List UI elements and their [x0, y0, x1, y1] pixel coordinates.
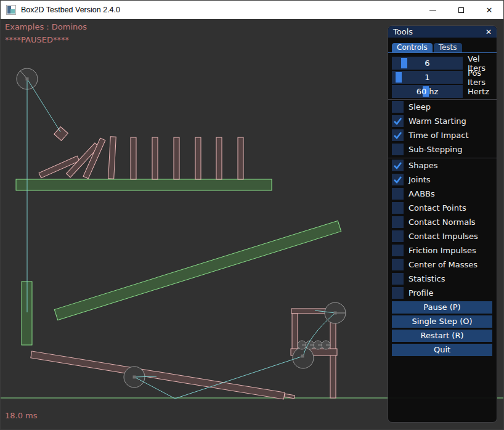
checkbox-label: Sleep — [408, 102, 431, 112]
hertz-slider[interactable]: 60 hz — [392, 85, 463, 98]
slider-row-hertz: 60 hz Hertz — [392, 85, 493, 98]
green-ramp — [54, 221, 341, 320]
check-icon — [392, 116, 403, 126]
domino-platform — [16, 179, 272, 190]
app-icon — [6, 5, 16, 15]
tools-panel-titlebar[interactable]: Tools ✕ — [388, 26, 497, 38]
time-of-impact-checkbox[interactable] — [392, 129, 404, 141]
paused-label: ****PAUSED**** — [5, 35, 69, 44]
joints-checkbox[interactable] — [392, 174, 404, 185]
checkbox-row-contact-points[interactable]: Contact Points — [392, 202, 493, 214]
tab-separator — [388, 52, 497, 53]
maximize-icon — [458, 7, 464, 13]
separator — [388, 99, 497, 100]
profile-checkbox[interactable] — [392, 287, 404, 299]
minimize-button[interactable] — [418, 1, 447, 19]
center-of-masses-checkbox[interactable] — [392, 259, 404, 270]
checkbox-row-aabbs[interactable]: AABBs — [392, 188, 493, 200]
domino-standing-2 — [131, 137, 136, 179]
checkbox-row-profile[interactable]: Profile — [392, 287, 493, 299]
separator — [388, 158, 497, 158]
hertz-value: 60 hz — [392, 85, 463, 98]
checkbox-row-contact-normals[interactable]: Contact Normals — [392, 216, 493, 228]
statistics-checkbox[interactable] — [392, 273, 404, 285]
os-titlebar[interactable]: Box2D Testbed Version 2.4.0 ✕ — [1, 1, 503, 19]
checkbox-label: Warm Starting — [408, 116, 466, 126]
sleep-checkbox[interactable] — [392, 101, 404, 113]
domino-standing-6 — [216, 137, 222, 179]
checkbox-label: Friction Impulses — [408, 246, 476, 255]
contact-normals-checkbox[interactable] — [392, 216, 404, 228]
vel-iters-slider[interactable]: 6 — [392, 57, 463, 70]
rope-lower-circle — [293, 347, 314, 368]
checkbox-label: Time of Impact — [408, 131, 469, 140]
domino-standing-5 — [195, 137, 201, 179]
app-window: Box2D Testbed Version 2.4.0 ✕ — [0, 0, 504, 430]
example-label: Examples : Dominos — [5, 22, 87, 31]
tools-panel-title: Tools — [393, 27, 413, 36]
checkbox-row-time-of-impact[interactable]: Time of Impact — [392, 129, 493, 141]
checkbox-row-contact-impulses[interactable]: Contact Impulses — [392, 230, 493, 242]
checkbox-label: Sub-Stepping — [408, 145, 462, 154]
dominoes — [39, 137, 243, 179]
checkbox-label: Statistics — [408, 274, 445, 283]
restart-button[interactable]: Restart (R) — [392, 330, 492, 342]
shapes-checkbox[interactable] — [392, 160, 404, 171]
domino-standing-4 — [174, 137, 179, 179]
sub-stepping-checkbox[interactable] — [392, 144, 404, 155]
panel-close-icon[interactable]: ✕ — [486, 28, 492, 36]
aabbs-checkbox[interactable] — [392, 188, 404, 200]
domino-standing-3 — [152, 137, 158, 179]
checkbox-label: Shapes — [408, 161, 437, 170]
shelf-balls — [298, 341, 330, 349]
friction-impulses-checkbox[interactable] — [392, 245, 404, 256]
checkbox-row-statistics[interactable]: Statistics — [392, 273, 493, 285]
quit-button[interactable]: Quit — [392, 344, 492, 356]
checkbox-row-warm-starting[interactable]: Warm Starting — [392, 115, 493, 127]
checkbox-label: Profile — [408, 288, 433, 298]
checkbox-row-friction-impulses[interactable]: Friction Impulses — [392, 245, 493, 256]
contact-points-checkbox[interactable] — [392, 202, 404, 214]
checkbox-row-joints[interactable]: Joints — [392, 174, 493, 185]
checkbox-label: AABBs — [408, 189, 435, 198]
frame-left-leg — [292, 314, 298, 350]
contact-impulses-checkbox[interactable] — [392, 230, 404, 242]
checkbox-row-shapes[interactable]: Shapes — [392, 160, 493, 171]
check-icon — [392, 174, 403, 185]
seesaw-plank — [31, 351, 285, 399]
pos-iters-slider[interactable]: 1 — [392, 71, 463, 84]
warm-starting-checkbox[interactable] — [392, 115, 404, 127]
pos-iters-label: Pos Iters — [468, 68, 493, 87]
tab-tests[interactable]: Tests — [434, 43, 462, 52]
minimize-icon — [429, 10, 436, 10]
close-button[interactable]: ✕ — [475, 1, 503, 19]
pos-iters-value: 1 — [392, 71, 463, 84]
tab-controls[interactable]: Controls — [392, 43, 433, 52]
physics-canvas[interactable]: Examples : Dominos ****PAUSED**** 18.0 m… — [1, 19, 504, 430]
checkbox-row-center-of-masses[interactable]: Center of Masses — [392, 259, 493, 270]
hertz-label: Hertz — [468, 87, 489, 96]
vel-iters-value: 6 — [392, 57, 463, 70]
checkbox-label: Contact Normals — [408, 217, 476, 227]
tools-panel: Tools ✕ Controls Tests 6 Vel Iters 1 — [388, 25, 497, 423]
checkbox-row-sleep[interactable]: Sleep — [392, 101, 493, 113]
checkbox-label: Contact Impulses — [408, 232, 478, 241]
checkbox-label: Joints — [408, 175, 431, 184]
window-title: Box2D Testbed Version 2.4.0 — [21, 6, 120, 14]
single-step-button[interactable]: Single Step (O) — [392, 315, 492, 328]
checkbox-label: Center of Masses — [408, 260, 478, 269]
window-controls: ✕ — [418, 1, 503, 19]
pendulum-block — [54, 127, 68, 141]
tab-bar: Controls Tests — [388, 38, 497, 52]
check-icon — [392, 130, 403, 140]
domino-standing-1 — [108, 137, 116, 179]
maximize-button[interactable] — [447, 1, 475, 19]
checkbox-row-sub-stepping[interactable]: Sub-Stepping — [392, 144, 493, 155]
checkbox-label: Contact Points — [408, 203, 466, 213]
check-icon — [392, 160, 403, 171]
slider-row-pos-iters: 1 Pos Iters — [392, 71, 493, 84]
close-icon: ✕ — [486, 6, 493, 14]
domino-standing-7 — [238, 137, 243, 179]
frame-time-label: 18.0 ms — [5, 411, 38, 420]
pause-button[interactable]: Pause (P) — [392, 301, 492, 314]
